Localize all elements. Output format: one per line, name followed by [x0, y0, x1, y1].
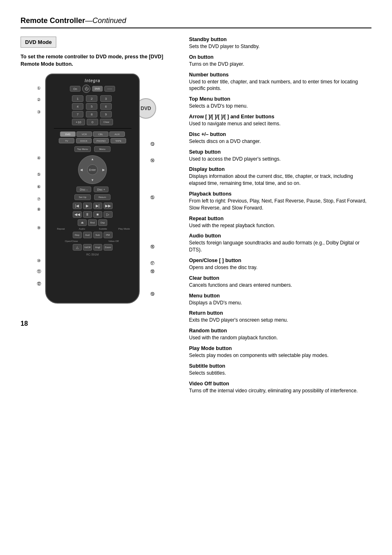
feature-menu-button: Menu buttonDisplays a DVD's menu. — [189, 293, 371, 306]
num-2[interactable]: 2 — [86, 95, 97, 102]
feature-title-arrow-enter-buttons: Arrow [ ]/[ ]/[ ]/[ ] and Enter buttons — [189, 114, 371, 120]
arrow-down-icon[interactable]: ▼ — [91, 178, 94, 182]
display-btn[interactable]: Dsp — [98, 219, 107, 226]
setup-btn[interactable]: Set Up — [74, 194, 91, 200]
feature-desc-top-menu-button: Selects a DVD's top menu. — [189, 103, 371, 110]
feature-play-mode-button: Play Mode buttonSelects play modes on co… — [189, 345, 371, 359]
dvd-mode-select[interactable]: DVD — [60, 131, 76, 137]
feature-desc-on-button: Turns on the DVD player. — [189, 61, 371, 68]
nav-outer[interactable]: ▲ ▼ ◀ ▶ Enter — [78, 155, 107, 184]
play-btn[interactable]: ▶ — [83, 203, 92, 209]
callout-10: ⑩ — [37, 258, 41, 263]
mode-buttons-row: DVD VCR CBL AUX — [60, 131, 125, 137]
feature-title-playback-buttons: Playback buttons — [189, 191, 371, 197]
remote-model: RC-591M — [86, 253, 99, 256]
arrow-left-icon[interactable]: ◀ — [80, 168, 83, 172]
page-title: Remote Controller—Continued — [21, 16, 371, 25]
callout-7: ⑦ — [37, 197, 41, 201]
open-btn-2[interactable]: △ — [73, 244, 82, 251]
pause-btn[interactable]: ⏸ — [83, 211, 92, 218]
slow-fwd-btn[interactable]: ▷ — [104, 211, 113, 218]
setup-return-row: Set Up Return — [74, 194, 111, 200]
video-off-btn[interactable]: VdOff — [83, 244, 92, 251]
plus10-btn[interactable]: +10 — [72, 119, 85, 125]
dvd-mode-btn[interactable]: DVD — [92, 86, 103, 92]
play-mode-btn[interactable]: PM — [104, 232, 113, 238]
feature-random-button: Random buttonUsed with the random playba… — [189, 328, 371, 341]
cbl-mode-select[interactable]: CBL — [93, 131, 108, 137]
feature-desc-repeat-button: Used with the repeat playback function. — [189, 222, 371, 229]
feature-desc-clear-button: Cancels functions and clears entered num… — [189, 282, 371, 289]
callout-2: ② — [37, 97, 41, 102]
callout-12: ⑫ — [37, 281, 41, 287]
num-5[interactable]: 5 — [86, 103, 97, 110]
arrow-right-icon[interactable]: ▶ — [102, 168, 105, 172]
top-menu-btn[interactable]: Top Menu — [74, 146, 91, 152]
feature-subtitle-button: Subtitle buttonSelects subtitles. — [189, 363, 371, 377]
subtitle-btn[interactable]: Sub — [93, 232, 102, 238]
num-0[interactable]: 0 — [87, 119, 98, 125]
next-btn[interactable]: ▶| — [93, 203, 102, 209]
on-btn[interactable]: On — [70, 86, 81, 92]
disc-plus[interactable]: Disc + — [94, 187, 108, 192]
feature-desc-play-mode-button: Selects play modes on components with se… — [189, 352, 371, 359]
open-close-btn[interactable]: ⏏ — [78, 219, 87, 226]
playback-row-1: |◀ ▶ ▶| ▶▶ — [73, 203, 113, 209]
angle-btn[interactable]: Angl — [93, 244, 102, 251]
menu-btn[interactable]: Menu — [94, 146, 111, 152]
num-4[interactable]: 4 — [72, 103, 83, 110]
feature-desc-display-button: Displays information about the current d… — [189, 173, 371, 187]
callout-3: ③ — [37, 110, 41, 114]
num-8[interactable]: 8 — [86, 111, 97, 117]
label-row-1: Repeat Audio Subtitle Play Mode — [49, 228, 136, 230]
num-3[interactable]: 3 — [100, 95, 112, 102]
return-btn[interactable]: Return — [94, 194, 111, 200]
num-1[interactable]: 1 — [72, 95, 83, 102]
prev-btn[interactable]: |◀ — [73, 203, 82, 209]
feature-desc-number-buttons: Used to enter title, chapter, and track … — [189, 78, 371, 92]
callout-9: ⑨ — [37, 226, 41, 230]
aux-mode-select[interactable]: AUX — [109, 131, 125, 137]
repeat-btn[interactable]: Rep — [73, 232, 82, 238]
tape-btn[interactable]: TAPE — [111, 138, 126, 143]
remote-brand: Integra — [85, 78, 100, 83]
callout-11: ⑪ — [37, 269, 41, 274]
menu-nav-row: Top Menu Menu — [74, 146, 111, 152]
dock-btn[interactable]: DOCK — [76, 138, 92, 143]
clear-btn[interactable]: Clear — [100, 119, 113, 125]
fast-rev-btn[interactable]: ◀◀ — [73, 211, 82, 218]
ra-btn[interactable]: Zoom — [104, 244, 113, 251]
label-row-2: Open/Close Video Off — [49, 240, 136, 242]
fast-fwd-btn[interactable]: ▶▶ — [104, 203, 113, 209]
playback-row-3: ⏏ Rnd Dsp — [78, 219, 107, 226]
feature-desc-arrow-enter-buttons: Used to navigate menus and select items. — [189, 120, 371, 127]
feature-audio-button: Audio buttonSelects foreign language sou… — [189, 233, 371, 253]
features-list: Standby buttonSets the DVD player to Sta… — [189, 37, 371, 394]
feature-title-audio-button: Audio button — [189, 233, 371, 239]
playmode-label: Play Mode — [114, 228, 134, 230]
phono-btn[interactable]: PHONO — [93, 138, 109, 143]
standby-btn[interactable]: ⏻ — [82, 85, 90, 93]
feature-title-top-menu-button: Top Menu button — [189, 96, 371, 102]
feature-playback-buttons: Playback buttonsFrom left to right: Prev… — [189, 191, 371, 212]
disc-minus[interactable]: Disc – — [76, 187, 91, 192]
number-grid: 1 2 3 4 5 6 7 8 9 — [72, 95, 113, 117]
feature-title-display-button: Display button — [189, 166, 371, 172]
repeat-label: Repeat — [51, 228, 71, 230]
page-header: Remote Controller—Continued — [21, 16, 371, 28]
audio-btn[interactable]: Aud — [83, 232, 92, 238]
num-9[interactable]: 9 — [100, 111, 112, 117]
enter-btn[interactable]: Enter — [87, 164, 98, 175]
vcr-mode-select[interactable]: VCR — [76, 131, 92, 137]
plus10-row: +10 0 Clear — [72, 119, 113, 125]
feature-title-on-button: On button — [189, 54, 371, 60]
tv-btn[interactable]: TV — [59, 138, 74, 143]
stop-btn[interactable]: ■ — [93, 211, 102, 218]
feature-number-buttons: Number buttonsUsed to enter title, chapt… — [189, 72, 371, 92]
num-6[interactable]: 6 — [100, 103, 112, 110]
feature-open-close-button: Open/Close [ ] buttonOpens and closes th… — [189, 258, 371, 271]
arrow-up-icon[interactable]: ▲ — [91, 157, 94, 161]
num-7[interactable]: 7 — [72, 111, 83, 117]
extra-btn-1[interactable]: —— — [104, 86, 115, 92]
random-btn[interactable]: Rnd — [88, 219, 97, 226]
